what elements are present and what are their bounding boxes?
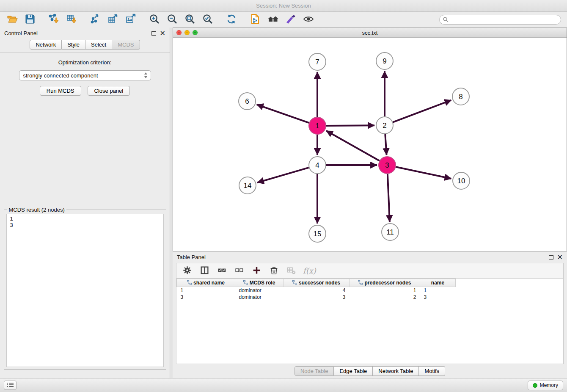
export-image-button[interactable]	[124, 14, 137, 26]
deselect-all-rows-button[interactable]	[234, 265, 245, 276]
memory-button[interactable]: Memory	[528, 381, 563, 390]
column-header-shared-name[interactable]: shared name	[177, 279, 235, 287]
network-view-window: scc.txt × – + 7	[173, 28, 567, 251]
home-icon	[267, 14, 278, 26]
tab-style[interactable]: Style	[62, 40, 85, 50]
mcds-result-list[interactable]: 1 3	[6, 214, 164, 367]
list-icon	[7, 382, 14, 389]
graph-node-label: 7	[315, 58, 319, 66]
import-table-icon	[66, 14, 77, 26]
graph-edge-2-8[interactable]	[393, 100, 451, 122]
columns-icon	[200, 266, 209, 276]
optimization-criterion-label: Optimization criterion:	[58, 59, 112, 66]
graph-node-label: 1	[315, 122, 319, 130]
node-table: shared name MCDS role successor nodes pr…	[176, 279, 456, 301]
import-network-icon	[48, 14, 59, 26]
main-toolbar	[0, 12, 567, 28]
zoom-selected-button[interactable]	[201, 14, 214, 26]
table-row[interactable]: 3dominator323	[177, 294, 456, 301]
zoom-in-icon	[149, 14, 160, 26]
zoom-selected-icon	[202, 14, 213, 26]
plus-icon	[252, 266, 261, 276]
close-panel-button[interactable]: Close panel	[88, 86, 130, 96]
graph-edge-4-14[interactable]	[257, 168, 309, 182]
tab-network[interactable]: Network	[30, 40, 62, 50]
table-cell: 3	[420, 294, 456, 301]
apply-layout-button[interactable]	[225, 14, 238, 26]
window-titlebar: Session: New Session	[0, 0, 567, 12]
close-panel-icon[interactable]: ✕	[160, 31, 165, 36]
zoom-fit-icon	[184, 14, 195, 26]
table-panel: Table Panel ✕	[173, 251, 567, 378]
run-mcds-button[interactable]: Run MCDS	[40, 86, 81, 96]
mcds-result-group: MCDS result (2 nodes) 1 3	[4, 210, 166, 370]
graph-edge-2-3[interactable]	[385, 134, 386, 155]
memory-button-label: Memory	[540, 382, 558, 388]
table-panel-title: Table Panel	[177, 254, 206, 260]
close-table-panel-icon[interactable]: ✕	[557, 255, 563, 259]
float-table-panel-icon[interactable]	[549, 255, 553, 259]
column-header-successor-nodes[interactable]: successor nodes	[284, 279, 350, 287]
column-header-name[interactable]: name	[420, 279, 456, 287]
column-header-mcds-role[interactable]: MCDS role	[235, 279, 284, 287]
tab-motifs[interactable]: Motifs	[419, 366, 445, 376]
network-window-title: scc.txt	[173, 30, 567, 36]
graph-node-label: 14	[244, 182, 252, 190]
application-window: Session: New Session	[0, 0, 567, 392]
save-session-button[interactable]	[24, 14, 36, 26]
import-network-button[interactable]	[47, 14, 60, 26]
add-column-button[interactable]	[251, 265, 262, 276]
criterion-dropdown[interactable]: strongly connected component	[19, 70, 151, 80]
task-history-button[interactable]	[4, 381, 17, 390]
float-panel-icon[interactable]	[151, 31, 156, 36]
open-folder-icon	[7, 14, 18, 26]
trash-icon	[270, 266, 278, 276]
eye-icon	[303, 14, 314, 26]
delete-table-button[interactable]	[286, 265, 297, 276]
table-row[interactable]: 1dominator411	[177, 287, 456, 294]
zoom-fit-button[interactable]	[184, 14, 196, 26]
column-type-icon	[358, 280, 363, 286]
table-toolbar: f(x)	[176, 263, 564, 279]
export-network-icon	[90, 14, 101, 26]
graph-node-label: 9	[383, 57, 386, 65]
tab-node-table[interactable]: Node Table	[295, 366, 334, 376]
tab-mcds[interactable]: MCDS	[112, 40, 140, 50]
home-button[interactable]	[267, 14, 279, 26]
graph-node-label: 8	[459, 93, 462, 101]
network-file-button[interactable]	[249, 14, 261, 26]
function-builder-button[interactable]: f(x)	[303, 265, 316, 276]
network-graph[interactable]: 7968124314101511	[173, 38, 567, 251]
table-cell: 1	[350, 287, 420, 294]
show-columns-button[interactable]	[199, 265, 210, 276]
table-cell: dominator	[235, 294, 284, 301]
tab-edge-table[interactable]: Edge Table	[334, 366, 373, 376]
search-icon	[443, 17, 449, 22]
table-settings-button[interactable]	[182, 265, 193, 276]
select-all-rows-button[interactable]	[216, 265, 227, 276]
graph-node-label: 4	[315, 161, 319, 169]
graph-edge-3-11[interactable]	[388, 174, 390, 222]
search-input[interactable]	[439, 15, 561, 25]
graph-edge-1-6[interactable]	[257, 105, 309, 123]
import-table-button[interactable]	[65, 14, 78, 26]
network-canvas[interactable]: 7968124314101511	[173, 38, 567, 251]
zoom-out-button[interactable]	[166, 14, 179, 26]
export-network-button[interactable]	[89, 14, 102, 26]
network-window-titlebar[interactable]: scc.txt × – +	[173, 28, 567, 38]
graph-edge-1-2[interactable]	[326, 125, 374, 126]
column-header-predecessor-nodes[interactable]: predecessor nodes	[350, 279, 420, 287]
zoom-in-button[interactable]	[148, 14, 161, 26]
column-type-icon	[187, 280, 192, 286]
open-session-button[interactable]	[6, 14, 19, 26]
show-hide-button[interactable]	[302, 14, 315, 26]
graph-edge-3-1[interactable]	[326, 131, 380, 161]
export-table-button[interactable]	[107, 14, 119, 26]
delete-column-button[interactable]	[268, 265, 279, 276]
tab-select[interactable]: Select	[85, 40, 112, 50]
style-brush-button[interactable]	[284, 14, 297, 26]
main-area: Control Panel ✕ Network Style Select MCD…	[0, 28, 567, 378]
tab-network-table[interactable]: Network Table	[373, 366, 419, 376]
node-table-body: 1dominator4113dominator323	[177, 287, 456, 301]
graph-edge-3-10[interactable]	[396, 167, 451, 179]
